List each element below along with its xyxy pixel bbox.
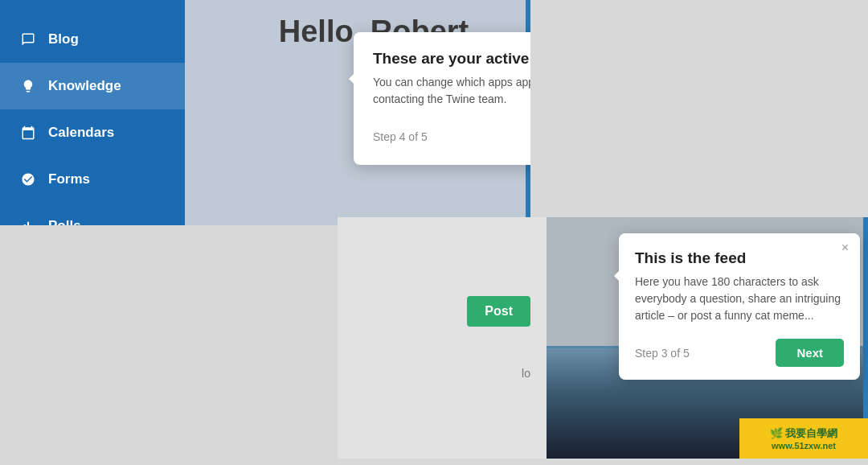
feed-placeholder: lo — [522, 367, 530, 380]
popover-feed: × This is the feed Here you have 180 cha… — [619, 233, 860, 380]
sidebar-item-knowledge-label: Knowledge — [48, 78, 121, 94]
sidebar-item-polls-label: Polls — [48, 218, 81, 225]
sidebar-item-forms-label: Forms — [48, 171, 90, 187]
post-button[interactable]: Post — [467, 296, 530, 327]
sidebar-item-knowledge[interactable]: Knowledge — [0, 63, 185, 109]
sidebar-item-calendars-label: Calendars — [48, 125, 114, 141]
sidebar: Blog Knowledge Calendars — [0, 0, 185, 225]
sidebar-item-calendars[interactable]: Calendars — [0, 109, 185, 156]
lightbulb-icon — [19, 77, 37, 95]
sidebar-item-blog[interactable]: Blog — [0, 16, 185, 63]
top-panel: Blog Knowledge Calendars — [0, 0, 530, 225]
popover-bottom-body: Here you have 180 characters to ask ever… — [635, 274, 844, 324]
popover-bottom-title: This is the feed — [635, 249, 844, 267]
watermark-content: 🌿 我要自學網 www.51zxw.net — [770, 426, 838, 451]
watermark-badge: 🌿 我要自學網 www.51zxw.net — [739, 418, 868, 459]
calendar-icon — [19, 124, 37, 142]
bar-chart-icon — [19, 217, 37, 225]
popover-top-step: Step 4 of 5 — [373, 130, 428, 143]
popover-top-footer: Step 4 of 5 Next — [373, 122, 530, 150]
sidebar-item-forms[interactable]: Forms — [0, 156, 185, 203]
watermark-line2: www.51zxw.net — [772, 441, 836, 451]
popover-bottom-step: Step 3 of 5 — [635, 347, 690, 360]
chat-icon — [19, 31, 37, 48]
popover-bottom-footer: Step 3 of 5 Next — [635, 339, 844, 367]
sidebar-item-polls[interactable]: Polls — [0, 203, 185, 225]
popover-top-title: These are your active apps — [373, 50, 530, 68]
popover-bottom-next-button[interactable]: Next — [776, 339, 844, 367]
checkmark-icon — [19, 171, 37, 188]
popover-top-body: You can change which apps appear here by… — [373, 74, 530, 108]
bottom-inner: Post lo × This is the feed Here you have… — [338, 217, 868, 459]
popover-active-apps: × These are your active apps You can cha… — [354, 32, 530, 165]
sidebar-item-blog-label: Blog — [48, 31, 79, 47]
bottom-panel: Post lo × This is the feed Here you have… — [338, 217, 868, 459]
top-main-area: Hello, Robert × These are your active ap… — [185, 0, 530, 225]
feed-area: Post lo — [338, 217, 547, 459]
watermark-line1: 🌿 我要自學網 — [770, 426, 838, 441]
popover-bottom-close-button[interactable]: × — [841, 241, 849, 254]
